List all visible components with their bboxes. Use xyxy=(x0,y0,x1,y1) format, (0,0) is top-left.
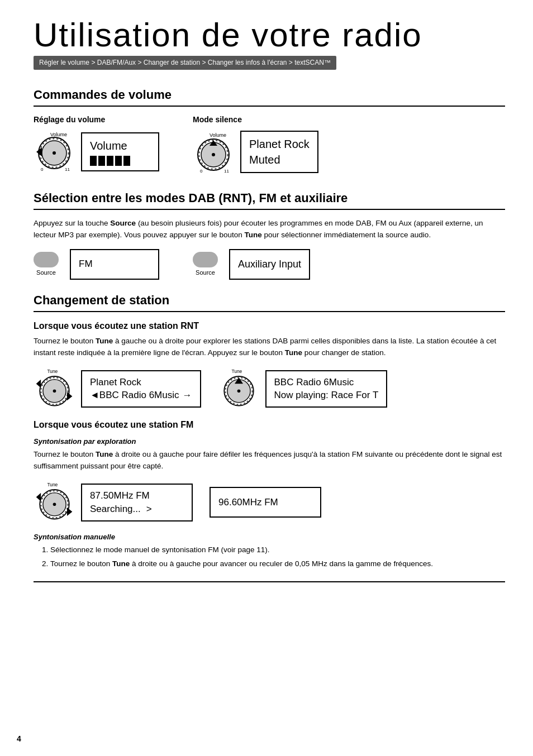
fm-search-line2: Searching... xyxy=(90,503,141,516)
rnt-paragraph: Tournez le bouton Tune à gauche ou à dro… xyxy=(34,336,505,359)
volume-right-col: Mode silence Volume 0 11 Pl xyxy=(193,114,318,174)
muted-line1: Planet Rock xyxy=(249,136,310,152)
tune-pair-fm: Tune 87.50MHz FM Searching... > xyxy=(34,481,505,523)
tune-display-left-line1: Planet Rock xyxy=(90,376,192,389)
tune-knob-right-svg: Tune xyxy=(218,368,260,410)
vol-bar-5 xyxy=(123,156,130,166)
tune-display-right-line1: BBC Radio 6Music xyxy=(274,376,379,389)
manual-list: Sélectionnez le mode manuel de syntonisa… xyxy=(34,544,505,570)
tune-knob-right: Tune xyxy=(218,368,260,410)
tune-display-left-line2-row: ◄BBC Radio 6Music → xyxy=(90,389,192,402)
svg-text:Tune: Tune xyxy=(231,369,242,374)
svg-point-27 xyxy=(237,389,240,393)
svg-text:11: 11 xyxy=(224,169,229,173)
volume-right-label: Mode silence xyxy=(193,114,318,126)
fm-subtitle: Lorsque vous écoutez une station FM xyxy=(34,419,505,431)
svg-text:Tune: Tune xyxy=(47,482,58,488)
vol-bar-4 xyxy=(115,156,122,166)
tune-knob-left: Tune xyxy=(34,368,75,410)
source-row: Source FM Source Auxiliary Input xyxy=(34,249,505,280)
svg-point-11 xyxy=(212,153,215,156)
tune-knob-fm: Tune xyxy=(34,481,75,523)
dab-paragraph: Appuyez sur la touche Source (au besoin … xyxy=(34,218,505,241)
source-label-right: Source xyxy=(196,269,215,277)
fm-right-display: 96.60MHz FM xyxy=(210,487,321,518)
volume-right-row: Volume 0 11 Planet Rock Muted xyxy=(193,131,318,173)
source-label-left: Source xyxy=(36,269,56,277)
svg-marker-34 xyxy=(36,493,41,501)
volume-display-left: Volume xyxy=(81,132,159,171)
volume-bars xyxy=(90,156,130,166)
volume-knob-left: Volume 0 11 xyxy=(34,131,75,173)
knob-right-svg: Volume 0 11 xyxy=(193,131,235,173)
source-pair-right: Source xyxy=(193,252,218,277)
changement-section: Changement de station Lorsque vous écout… xyxy=(34,292,505,570)
tune-arrow-right: → xyxy=(183,389,192,402)
source-display-right: Auxiliary Input xyxy=(229,249,310,280)
tune-half-left: Tune Planet Rock ◄BBC Radio 6Music xyxy=(34,368,201,410)
section-changement-title: Changement de station xyxy=(34,292,505,312)
section-dab-title: Sélection entre les modes DAB (RNT), FM … xyxy=(34,190,505,210)
tune-display-left-line2: ◄BBC Radio 6Music xyxy=(90,389,179,402)
svg-marker-35 xyxy=(67,508,72,516)
tune-display-right: BBC Radio 6Music Now playing: Race For T xyxy=(265,370,388,408)
tune-knob-fm-svg: Tune xyxy=(34,481,75,523)
section-volume-title: Commandes de volume xyxy=(34,87,505,107)
svg-text:Volume: Volume xyxy=(50,132,67,137)
volume-knob-right: Volume 0 11 xyxy=(193,131,235,173)
vol-bar-3 xyxy=(107,156,113,166)
scan-paragraph: Tournez le bouton Tune à droite ou à gau… xyxy=(34,449,505,472)
svg-text:Volume: Volume xyxy=(210,132,226,138)
knob-left-svg: Volume 0 11 xyxy=(34,131,75,173)
vol-bar-2 xyxy=(98,156,105,166)
svg-text:11: 11 xyxy=(65,167,70,172)
manual-item-2: Tournez le bouton Tune à droite ou à gau… xyxy=(50,558,505,570)
fm-search-line1: 87.50MHz FM xyxy=(90,489,184,503)
source-display-left: FM xyxy=(70,249,159,280)
fm-search-line2-row: Searching... > xyxy=(90,503,184,516)
svg-point-20 xyxy=(53,389,56,393)
volume-section: Réglage du volume Volume xyxy=(34,114,505,174)
page-title: Utilisation de votre radio xyxy=(34,17,505,54)
fm-search-arrow: > xyxy=(146,503,152,516)
tune-pair-rnt: Tune Planet Rock ◄BBC Radio 6Music xyxy=(34,368,505,410)
fm-search-display: 87.50MHz FM Searching... > xyxy=(81,484,193,521)
vol-bar-1 xyxy=(90,156,97,166)
breadcrumb: Régler le volume > DAB/FM/Aux > Changer … xyxy=(34,56,336,70)
source-button-left[interactable] xyxy=(34,252,59,267)
tune-half-right: Tune BBC Radio 6Music Now playing: Race … xyxy=(218,368,388,410)
fm-search-inner: 87.50MHz FM Searching... > xyxy=(90,489,184,516)
tune-display-left: Planet Rock ◄BBC Radio 6Music → xyxy=(81,370,201,408)
source-button-right[interactable] xyxy=(193,252,218,267)
volume-left-row: Volume 0 11 Volume xyxy=(34,131,159,173)
tune-display-right-line2: Now playing: Race For T xyxy=(274,389,379,402)
svg-marker-21 xyxy=(36,379,41,387)
muted-line2: Muted xyxy=(249,152,310,168)
manual-item-1: Sélectionnez le mode manuel de syntonisa… xyxy=(50,544,505,556)
volume-left-col: Réglage du volume Volume xyxy=(34,114,159,174)
svg-marker-22 xyxy=(67,392,72,400)
svg-text:Tune: Tune xyxy=(47,369,58,374)
bottom-rule xyxy=(34,581,505,582)
volume-display-right: Planet Rock Muted xyxy=(240,131,318,173)
tune-display-left-content: Planet Rock ◄BBC Radio 6Music → xyxy=(90,376,192,403)
tune-half-fm-left: Tune 87.50MHz FM Searching... > xyxy=(34,481,193,523)
tune-knob-left-svg: Tune xyxy=(34,368,75,410)
rnt-subtitle: Lorsque vous écoutez une station RNT xyxy=(34,320,505,332)
svg-text:0: 0 xyxy=(41,167,44,172)
tune-half-fm-right: 96.60MHz FM xyxy=(210,487,321,518)
volume-display-text: Volume xyxy=(90,138,130,154)
svg-point-3 xyxy=(53,151,56,155)
source-pair-left: Source xyxy=(34,252,59,277)
scan-title: Syntonisation par exploration xyxy=(34,437,505,447)
page-number: 4 xyxy=(17,734,21,745)
svg-text:0: 0 xyxy=(200,169,203,173)
manual-title: Syntonisation manuelle xyxy=(34,532,505,542)
dab-fm-aux-section: Sélection entre les modes DAB (RNT), FM … xyxy=(34,190,505,280)
volume-left-label: Réglage du volume xyxy=(34,114,159,126)
svg-point-33 xyxy=(53,503,56,506)
